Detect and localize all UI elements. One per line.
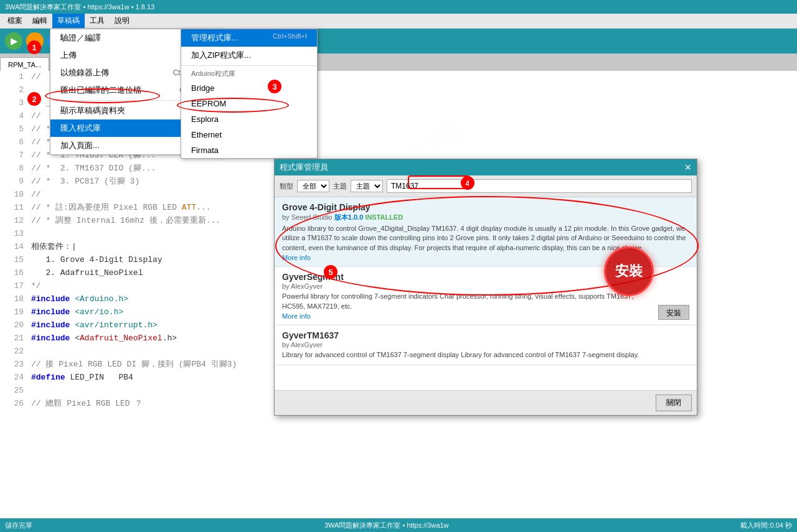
status-bar: 儲存完單 3WA問題解決專家工作室 • https://3wa1w 載入時間:0… — [0, 518, 797, 532]
menu-sketch[interactable]: 草稿碼 — [52, 14, 85, 28]
menu-bar: 檔案 編輯 草稿碼 工具 說明 — [0, 14, 797, 29]
submenu-firmata[interactable]: Firmata — [181, 142, 317, 158]
status-left: 儲存完單 — [5, 521, 32, 530]
verify-button[interactable]: ▶ — [5, 32, 22, 50]
annotation-2: 2 — [27, 92, 41, 106]
title-bar: 3WA問題解決專家工作室 • https://3wa1w • 1.8.13 — [0, 0, 797, 14]
menu-edit[interactable]: 編輯 — [27, 14, 52, 28]
dialog-title: 程式庫管理員 — [280, 162, 328, 173]
lib-name-3: GyverTM1637 — [282, 330, 689, 340]
filter-topic-select[interactable]: 主題 — [351, 180, 383, 192]
lib-desc-2: Powerful library for controlling 7-segme… — [282, 292, 653, 311]
filter-topic-label: 主題 — [333, 182, 347, 191]
submenu-add-zip[interactable]: 加入ZIP程式庫... — [181, 47, 317, 64]
filter-type-label: 類型 — [280, 182, 293, 191]
lib-author-3: by AlexGyver — [282, 341, 689, 348]
library-search-input[interactable] — [387, 179, 692, 193]
lib-desc-3: Library for advanced control of TM1637 7… — [282, 350, 689, 360]
filter-type-select[interactable]: 全部 — [297, 180, 329, 192]
library-item-gyverm1637[interactable]: GyverTM1637 by AlexGyver Library for adv… — [275, 325, 697, 365]
submenu-manage[interactable]: 管理程式庫... Ctrl+Shift+I — [181, 29, 317, 47]
dialog-filters: 類型 全部 主題 主題 — [275, 175, 697, 197]
dialog-close-button[interactable]: 關閉 — [656, 394, 692, 411]
annotation-1: 1 — [27, 40, 41, 54]
submenu-bridge[interactable]: Bridge — [181, 80, 317, 96]
lib-more-2[interactable]: More info — [282, 312, 653, 320]
status-brand: 3WA問題解決專家工作室 • https://3wa1w — [324, 521, 449, 530]
install-annotation-container: 安裝 — [604, 246, 654, 296]
submenu-esplora[interactable]: Esplora — [181, 111, 317, 127]
submenu-arduino-section: Arduino程式庫 — [181, 67, 317, 80]
include-library-submenu: 管理程式庫... Ctrl+Shift+I 加入ZIP程式庫... Arduin… — [181, 29, 318, 159]
dialog-close-x-button[interactable]: ✕ — [684, 162, 692, 172]
annotation-3: 3 — [268, 80, 281, 93]
menu-file[interactable]: 檔案 — [2, 14, 27, 28]
title-text: 3WA問題解決專家工作室 • https://3wa1w • 1.8.13 — [5, 2, 154, 12]
lib-desc-block-2: Powerful library for controlling 7-segme… — [282, 290, 653, 320]
lib-name-1: Grove 4-Digit Display — [282, 202, 689, 212]
submenu-sep — [181, 65, 317, 66]
submenu-eeprom[interactable]: EEPROM — [181, 96, 317, 111]
lib-author-1: by Seeed Studio 版本1.0.0 INSTALLED — [282, 213, 689, 222]
install-button-2[interactable]: 安裝 — [658, 305, 689, 320]
menu-tools[interactable]: 工具 — [85, 14, 110, 28]
annotation-5: 5 — [324, 265, 337, 279]
menu-help[interactable]: 說明 — [110, 14, 134, 28]
tab-main[interactable]: RPM_TA... — [0, 57, 49, 71]
dialog-footer: 關閉 — [275, 390, 697, 415]
annotation-6-circle: 安裝 — [604, 246, 654, 296]
annotation-4: 4 — [461, 176, 474, 190]
status-right: 載入時間:0.04 秒 — [740, 521, 792, 530]
dialog-title-bar: 程式庫管理員 ✕ — [275, 159, 697, 175]
submenu-ethernet[interactable]: Ethernet — [181, 127, 317, 142]
